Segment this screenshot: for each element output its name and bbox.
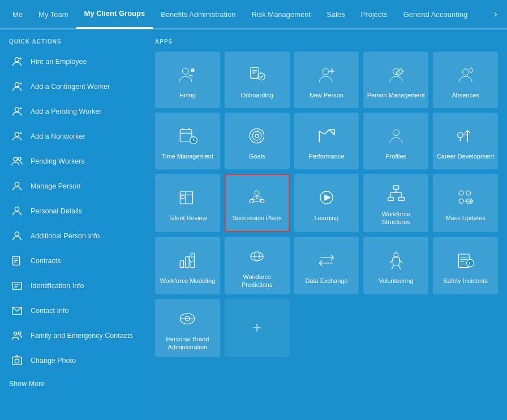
person-management-icon xyxy=(384,63,408,87)
svg-point-0 xyxy=(15,58,19,62)
svg-point-40 xyxy=(393,68,399,75)
app-profiles[interactable]: Profiles xyxy=(363,113,428,169)
app-mass-updates[interactable]: Mass Updates xyxy=(433,174,498,232)
app-person-management[interactable]: Person Management xyxy=(363,52,428,108)
nav-risk-management[interactable]: Risk Management xyxy=(243,0,319,29)
personal-brand-icon xyxy=(175,307,199,331)
succession-plans-label: Succession Plans xyxy=(233,214,282,222)
absences-icon xyxy=(454,63,478,87)
nav-sales[interactable]: Sales xyxy=(319,0,353,29)
app-safety-incidents[interactable]: ! Safety Incidents xyxy=(433,237,498,295)
sidebar-item-contingent-worker[interactable]: + Add a Contingent Worker xyxy=(0,74,146,99)
app-onboarding[interactable]: Onboarding xyxy=(225,52,290,108)
app-performance[interactable]: Performance xyxy=(294,113,359,169)
onboarding-icon xyxy=(245,63,269,87)
app-learning[interactable]: Learning xyxy=(294,174,359,232)
sidebar-item-contracts[interactable]: Contracts xyxy=(0,248,146,273)
workforce-predictions-icon xyxy=(245,245,269,268)
nav-projects[interactable]: Projects xyxy=(353,0,396,29)
mass-updates-label: Mass Updates xyxy=(445,214,485,222)
absences-label: Absences xyxy=(452,91,479,99)
nav-general-accounting[interactable]: General Accounting xyxy=(396,0,475,29)
sidebar-item-manage-person[interactable]: Manage Person xyxy=(0,174,146,199)
svg-rect-70 xyxy=(393,186,399,189)
svg-point-12 xyxy=(14,157,17,161)
add-app-button[interactable]: + xyxy=(225,299,290,357)
safety-incidents-icon: ! xyxy=(454,248,478,272)
nav-benefits-admin[interactable]: Benefits Administration xyxy=(153,0,243,29)
app-talent-review[interactable]: Talent Review xyxy=(155,174,220,232)
sidebar-item-contact-info[interactable]: Contact Info xyxy=(0,298,146,323)
show-more-button[interactable]: Show More xyxy=(0,373,146,395)
app-new-person[interactable]: New Person xyxy=(294,52,359,108)
sidebar-item-identification[interactable]: Identification Info xyxy=(0,273,146,298)
new-person-icon xyxy=(315,63,338,87)
nav-my-team[interactable]: My Team xyxy=(31,0,76,29)
app-data-exchange[interactable]: Data Exchange xyxy=(294,237,359,295)
sidebar-item-pending-worker[interactable]: + Add a Pending Worker xyxy=(0,99,146,124)
app-career-development[interactable]: Career Development xyxy=(433,113,498,169)
svg-point-47 xyxy=(250,128,264,143)
app-volunteering[interactable]: Volunteering xyxy=(363,237,428,295)
personal-details-icon xyxy=(9,203,25,219)
workforce-structures-icon xyxy=(384,182,408,205)
contact-info-icon xyxy=(9,303,25,319)
svg-rect-21 xyxy=(12,282,22,290)
nav-scroll-right[interactable]: › xyxy=(489,0,502,29)
svg-point-50 xyxy=(393,130,399,136)
contracts-label: Contracts xyxy=(31,257,61,265)
profiles-icon xyxy=(384,124,408,148)
change-photo-icon xyxy=(9,353,25,368)
workforce-modeling-icon xyxy=(175,248,199,272)
mass-updates-icon xyxy=(454,186,478,209)
hire-icon: + xyxy=(9,54,25,70)
sidebar-item-additional-info[interactable]: Additional Person Info xyxy=(0,224,146,248)
app-succession-plans[interactable]: Succession Plans xyxy=(225,174,290,232)
svg-rect-82 xyxy=(181,260,184,268)
app-goals[interactable]: Goals xyxy=(225,113,290,169)
app-personal-brand[interactable]: Personal Brand Administration xyxy=(155,299,220,357)
nav-my-client-groups[interactable]: My Client Groups xyxy=(76,0,153,29)
top-navigation: Me My Team My Client Groups Benefits Adm… xyxy=(0,0,507,29)
svg-point-9 xyxy=(15,132,19,136)
talent-review-label: Talent Review xyxy=(168,214,207,222)
volunteering-label: Volunteering xyxy=(379,277,413,285)
sidebar-item-pending-workers[interactable]: Pending Workers xyxy=(0,149,146,174)
svg-point-49 xyxy=(255,134,259,138)
profiles-label: Profiles xyxy=(385,152,406,160)
contingent-icon: + xyxy=(9,79,25,95)
svg-point-28 xyxy=(15,359,19,363)
svg-point-48 xyxy=(252,131,261,140)
apps-grid: + Hiring Onboarding New Person xyxy=(155,52,498,357)
identification-icon xyxy=(9,278,25,294)
safety-incidents-label: Safety Incidents xyxy=(443,277,487,285)
volunteering-icon xyxy=(384,248,408,272)
sidebar-item-personal-details[interactable]: Personal Details xyxy=(0,199,146,224)
svg-text:!: ! xyxy=(469,261,470,266)
pending-workers-label: Pending Workers xyxy=(31,157,85,165)
app-hiring[interactable]: + Hiring xyxy=(155,52,220,108)
svg-rect-72 xyxy=(399,197,405,200)
app-workforce-structures[interactable]: Workforce Structures xyxy=(363,174,428,232)
app-absences[interactable]: Absences xyxy=(433,52,498,108)
svg-text:+: + xyxy=(20,82,22,85)
nonworker-icon: + xyxy=(9,128,25,144)
talent-review-icon xyxy=(175,186,199,209)
svg-point-78 xyxy=(466,191,470,195)
nav-me[interactable]: Me xyxy=(5,0,31,29)
sidebar-item-nonworker[interactable]: + Add a Nonworker xyxy=(0,124,146,149)
app-workforce-modeling[interactable]: Workforce Modeling xyxy=(155,237,220,295)
app-workforce-predictions[interactable]: Workforce Predictions xyxy=(225,237,290,295)
svg-point-16 xyxy=(15,232,19,236)
svg-point-77 xyxy=(459,191,463,195)
sidebar-item-change-photo[interactable]: Change Photo xyxy=(0,348,146,373)
app-time-management[interactable]: Time Management xyxy=(155,113,220,169)
person-management-label: Person Management xyxy=(367,91,425,99)
career-development-label: Career Development xyxy=(437,152,495,160)
time-management-icon xyxy=(175,124,199,148)
sidebar-item-family-contacts[interactable]: Family and Emergency Contacts xyxy=(0,323,146,348)
sidebar-item-hire-employee[interactable]: + Hire an Employee xyxy=(0,49,146,74)
pending-worker-label: Add a Pending Worker xyxy=(31,108,102,115)
svg-point-6 xyxy=(15,108,19,112)
svg-point-25 xyxy=(14,332,18,336)
